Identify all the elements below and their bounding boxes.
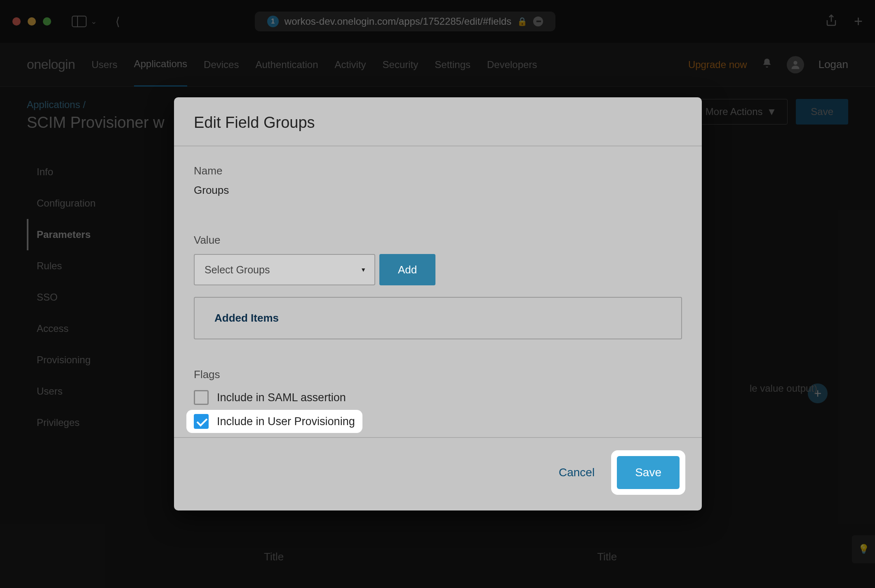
user-provisioning-label: Include in User Provisioning: [217, 415, 355, 428]
name-label: Name: [194, 165, 682, 177]
caret-down-icon: ▼: [360, 266, 366, 273]
added-items-label: Added Items: [214, 312, 661, 325]
user-provisioning-checkbox[interactable]: [194, 414, 209, 429]
saml-assertion-checkbox[interactable]: [194, 390, 209, 405]
value-label: Value: [194, 234, 682, 247]
save-highlight: Save: [611, 450, 685, 495]
select-groups-dropdown[interactable]: Select Groups ▼: [194, 254, 375, 285]
name-value: Groups: [194, 184, 682, 197]
saml-assertion-label: Include in SAML assertion: [217, 391, 346, 404]
flags-label: Flags: [194, 368, 682, 381]
edit-field-modal: Edit Field Groups Name Groups Value Sele…: [174, 97, 702, 510]
modal-title: Edit Field Groups: [194, 114, 682, 132]
save-button[interactable]: Save: [617, 456, 680, 489]
provisioning-highlight: Include in User Provisioning: [186, 410, 362, 433]
cancel-button[interactable]: Cancel: [559, 466, 595, 479]
add-button[interactable]: Add: [379, 254, 435, 285]
added-items-box: Added Items: [194, 297, 682, 339]
select-placeholder: Select Groups: [205, 264, 270, 276]
